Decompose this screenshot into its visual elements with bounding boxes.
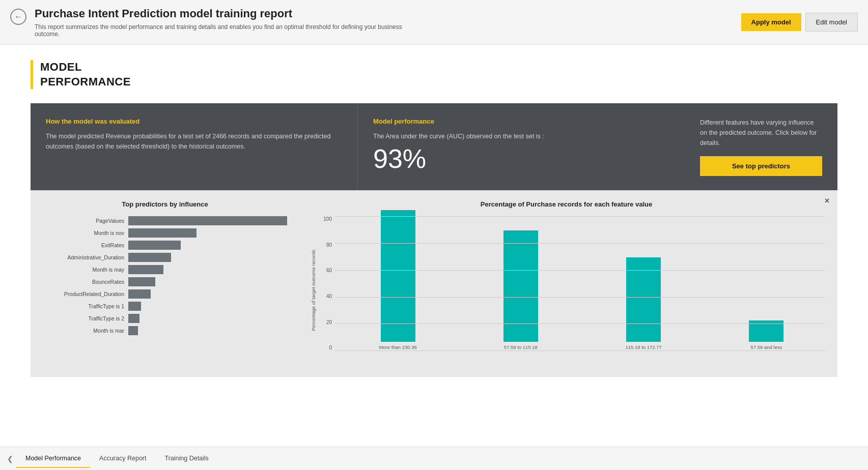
tab-accuracy-report[interactable]: Accuracy Report bbox=[90, 450, 155, 468]
predictor-label: Month is mar bbox=[43, 328, 124, 334]
y-label-0: 0 bbox=[329, 345, 332, 350]
y-label-60: 60 bbox=[326, 268, 332, 273]
tab-scroll-left-button[interactable]: ❮ bbox=[4, 453, 16, 465]
header-title-block: Purchase Intent Prediction model trainin… bbox=[35, 7, 422, 38]
feature-bar-label: More than 230.36 bbox=[378, 344, 418, 350]
predictor-label: Month is may bbox=[43, 267, 124, 273]
feature-bar-label: 115.18 to 172.77 bbox=[623, 344, 664, 350]
predictor-label: Month is nov bbox=[43, 230, 124, 236]
predictor-bar-row: Month is mar bbox=[43, 326, 287, 335]
predictor-bar-fill bbox=[128, 326, 138, 335]
bottom-tabs: ❮ Model PerformanceAccuracy ReportTraini… bbox=[0, 447, 868, 470]
y-axis-labels: 100 80 60 40 20 0 bbox=[320, 214, 335, 367]
predictor-bar-fill bbox=[128, 228, 197, 238]
feature-bar-fill bbox=[626, 257, 661, 342]
predictor-bar-container bbox=[128, 241, 287, 250]
header-actions: Apply model Edit model bbox=[741, 13, 858, 32]
perf-predictors-text: Different features have varying influenc… bbox=[700, 118, 822, 148]
predictor-bar-container bbox=[128, 302, 287, 311]
y-label-100: 100 bbox=[323, 216, 332, 222]
feature-bar-fill bbox=[749, 320, 783, 342]
feature-bar-label: 57.59 and less bbox=[746, 344, 787, 350]
header-left: ← Purchase Intent Prediction model train… bbox=[10, 7, 422, 38]
predictor-bar-row: BounceRates bbox=[43, 277, 287, 286]
tab-training-details[interactable]: Training Details bbox=[155, 450, 217, 468]
predictor-bar-container bbox=[128, 228, 287, 238]
feature-bar-group: 57.59 and less bbox=[708, 216, 825, 350]
predictor-label: Administrative_Duration bbox=[43, 254, 124, 260]
predictor-bar-row: Administrative_Duration bbox=[43, 253, 287, 262]
predictor-bar-container bbox=[128, 265, 287, 274]
predictor-bar-row: TrafficType is 2 bbox=[43, 314, 287, 323]
predictor-label: ExitRates bbox=[43, 242, 124, 248]
predictor-label: BounceRates bbox=[43, 279, 124, 285]
predictor-bar-fill bbox=[128, 289, 151, 299]
predictor-bar-row: ExitRates bbox=[43, 241, 287, 250]
y-label-20: 20 bbox=[326, 319, 332, 325]
page-subtitle: This report summarizes the model perform… bbox=[35, 23, 422, 38]
predictor-bar-container bbox=[128, 277, 287, 286]
bar-chart-container: More than 230.3657.59 to 115.18115.18 to… bbox=[335, 214, 825, 367]
predictor-bar-row: PageValues bbox=[43, 216, 287, 225]
predictor-bars: PageValuesMonth is novExitRatesAdministr… bbox=[43, 216, 287, 335]
predictor-bar-row: Month is may bbox=[43, 265, 287, 274]
predictor-bar-fill bbox=[128, 216, 287, 225]
perf-predictors-col: Different features have varying influenc… bbox=[685, 103, 837, 190]
feature-bar-group: 115.18 to 172.77 bbox=[585, 216, 703, 350]
predictor-label: TrafficType is 1 bbox=[43, 303, 124, 309]
tab-model-performance[interactable]: Model Performance bbox=[16, 450, 90, 468]
back-arrow-icon: ← bbox=[14, 12, 22, 21]
predictor-bar-row: TrafficType is 1 bbox=[43, 302, 287, 311]
predictor-label: TrafficType is 2 bbox=[43, 315, 124, 321]
predictor-bar-row: Month is nov bbox=[43, 228, 287, 238]
y-label-40: 40 bbox=[326, 293, 332, 299]
page-header: ← Purchase Intent Prediction model train… bbox=[0, 0, 868, 45]
predictor-bar-container bbox=[128, 326, 287, 335]
predictor-bar-row: ProductRelated_Duration bbox=[43, 289, 287, 299]
y-axis-title: Percentage of target outcome records bbox=[311, 250, 316, 331]
predictor-bar-container bbox=[128, 216, 287, 225]
feature-bar-group: 57.59 to 115.18 bbox=[462, 216, 579, 350]
perf-evaluation-text: The model predicted Revenue probabilitie… bbox=[46, 131, 342, 152]
feature-chart-title: Percentage of Purchase records for each … bbox=[307, 200, 825, 208]
perf-auc-value: 93% bbox=[373, 144, 669, 173]
charts-panel: × Top predictors by influence PageValues… bbox=[31, 190, 837, 377]
perf-auc-title: Model performance bbox=[373, 118, 669, 125]
feature-bars: More than 230.3657.59 to 115.18115.18 to… bbox=[335, 214, 825, 367]
main-content: MODEL PERFORMANCE How the model was eval… bbox=[0, 45, 868, 447]
back-button[interactable]: ← bbox=[10, 9, 26, 25]
apply-model-button[interactable]: Apply model bbox=[741, 13, 801, 31]
performance-card: How the model was evaluated The model pr… bbox=[31, 103, 837, 190]
perf-auc-col: Model performance The Area under the cur… bbox=[357, 103, 685, 190]
feature-chart: Percentage of Purchase records for each … bbox=[307, 200, 825, 367]
predictor-bar-fill bbox=[128, 241, 181, 250]
predictor-bar-container bbox=[128, 314, 287, 323]
section-accent-bar bbox=[31, 60, 33, 89]
section-header: MODEL PERFORMANCE bbox=[31, 60, 837, 89]
feature-bar-fill bbox=[503, 230, 538, 342]
predictor-bar-fill bbox=[128, 314, 139, 323]
predictor-bar-fill bbox=[128, 302, 141, 311]
perf-evaluation-title: How the model was evaluated bbox=[46, 118, 342, 125]
page-title: Purchase Intent Prediction model trainin… bbox=[35, 7, 422, 21]
feature-bar-label: 57.59 to 115.18 bbox=[500, 344, 541, 350]
close-charts-button[interactable]: × bbox=[825, 196, 829, 205]
perf-evaluation-col: How the model was evaluated The model pr… bbox=[31, 103, 357, 190]
predictors-chart: Top predictors by influence PageValuesMo… bbox=[43, 200, 287, 338]
perf-auc-text: The Area under the curve (AUC) observed … bbox=[373, 131, 669, 141]
edit-model-button[interactable]: Edit model bbox=[805, 13, 858, 32]
predictor-bar-container bbox=[128, 253, 287, 262]
see-top-predictors-button[interactable]: See top predictors bbox=[700, 156, 822, 176]
charts-row: Top predictors by influence PageValuesMo… bbox=[43, 200, 825, 367]
predictor-bar-container bbox=[128, 289, 287, 299]
predictor-bar-fill bbox=[128, 253, 171, 262]
predictor-bar-fill bbox=[128, 265, 163, 274]
section-title: MODEL PERFORMANCE bbox=[40, 60, 131, 89]
predictor-bar-fill bbox=[128, 277, 155, 286]
predictor-label: PageValues bbox=[43, 218, 124, 224]
y-label-80: 80 bbox=[326, 242, 332, 248]
tabs-container: Model PerformanceAccuracy ReportTraining… bbox=[16, 450, 218, 468]
feature-bar-fill bbox=[381, 210, 415, 342]
predictors-chart-title: Top predictors by influence bbox=[43, 200, 287, 208]
feature-bar-group: More than 230.36 bbox=[339, 216, 457, 350]
